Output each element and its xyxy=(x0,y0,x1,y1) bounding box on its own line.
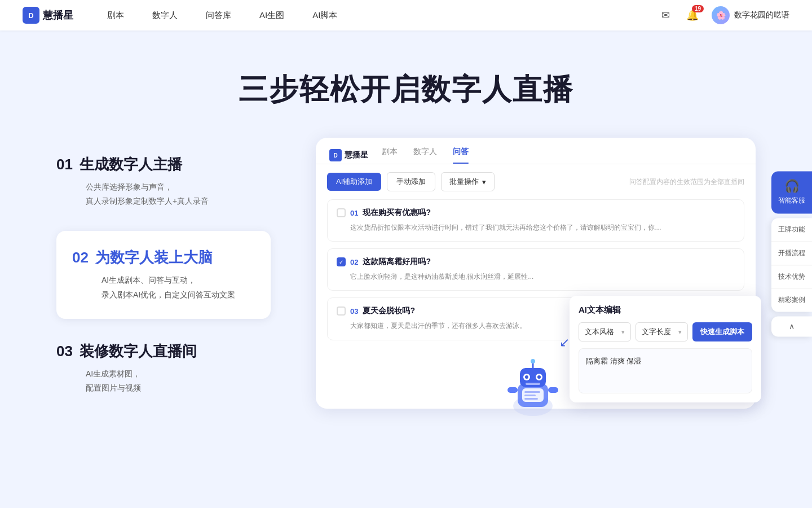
step-2-desc: AI生成剧本、问答与互动， 录入剧本AI优化，自定义问答互动文案 xyxy=(102,273,255,301)
qa-answer-1: 这次货品折扣仅限本次活动进行时间，错过了我们就无法再给您这个价格了，请谅解聪明的… xyxy=(350,222,666,233)
step-1: 01 生成数字人主播 公共库选择形象与声音， 真人录制形象定制数字人+真人录音 xyxy=(56,155,271,208)
step-1-header: 01 生成数字人主播 xyxy=(56,155,271,174)
card-logo: D 慧播星 xyxy=(329,149,368,161)
toolbar-hint: 问答配置内容的生效范围为全部直播间 xyxy=(629,177,744,187)
logo-text: 慧播星 xyxy=(43,8,73,22)
step-3: 03 装修数字人直播间 AI生成素材图， 配置图片与视频 xyxy=(56,341,271,395)
nav-item-digital[interactable]: 数字人 xyxy=(152,8,178,23)
header: D 慧播星 剧本 数字人 问答库 AI生图 AI脚本 ✉ 🔔 19 🌸 数字花园… xyxy=(0,0,812,30)
step-1-num: 01 xyxy=(56,156,73,173)
svg-point-5 xyxy=(525,375,528,379)
btn-generate[interactable]: 快速生成脚本 xyxy=(692,322,752,341)
smart-customer-service-btn[interactable]: 🎧 智能客服 xyxy=(771,171,812,213)
mail-icon[interactable]: ✉ xyxy=(657,7,673,23)
chevron-up-icon: ∧ xyxy=(789,322,795,331)
card-header: D 慧播星 剧本 数字人 问答 xyxy=(316,138,756,164)
qa-num-2: 02 xyxy=(350,258,358,266)
qa-num-1: 01 xyxy=(350,209,358,217)
tab-qa[interactable]: 问答 xyxy=(453,147,469,164)
card-logo-icon: D xyxy=(329,149,342,161)
nav-item-qa[interactable]: 问答库 xyxy=(206,8,231,23)
main-nav: 剧本 数字人 问答库 AI生图 AI脚本 xyxy=(107,8,657,23)
user-info[interactable]: 🌸 数字花园的呓语 xyxy=(712,6,789,24)
svg-rect-9 xyxy=(526,383,540,385)
step-3-title: 装修数字人直播间 xyxy=(80,341,197,361)
ai-editor-popup: ↙ AI文本编辑 文本风格 ▾ 文字长度 ▾ 快速生成脚本 隔离霜 清爽 保湿 xyxy=(570,296,761,402)
qa-checkbox-2[interactable]: ✓ xyxy=(337,257,346,266)
svg-rect-11 xyxy=(548,387,558,393)
tab-digital[interactable]: 数字人 xyxy=(413,147,437,164)
sidebar-item-process[interactable]: 开播流程 xyxy=(771,242,812,265)
editor-arrow-icon: ↙ xyxy=(559,335,570,350)
step-3-desc: AI生成素材图， 配置图片与视频 xyxy=(86,367,271,395)
btn-batch[interactable]: 批量操作 ▾ xyxy=(441,172,495,191)
qa-checkbox-1[interactable] xyxy=(337,208,346,217)
length-select[interactable]: 文字长度 ▾ xyxy=(636,322,688,341)
card-toolbar: AI辅助添加 手动添加 批量操作 ▾ 问答配置内容的生效范围为全部直播间 xyxy=(316,164,756,199)
header-right: ✉ 🔔 19 🌸 数字花园的呓语 xyxy=(657,6,789,24)
ai-editor-textarea[interactable]: 隔离霜 清爽 保湿 xyxy=(579,348,752,393)
ai-editor-controls: 文本风格 ▾ 文字长度 ▾ 快速生成脚本 xyxy=(579,322,752,341)
step-2-header: 02 为数字人装上大脑 xyxy=(72,248,255,268)
step-2-title: 为数字人装上大脑 xyxy=(95,248,213,268)
nav-item-script[interactable]: 剧本 xyxy=(107,8,124,23)
headset-icon: 🎧 xyxy=(784,179,800,194)
robot-illustration xyxy=(502,358,564,420)
qa-item-2: ✓ 02 这款隔离霜好用吗? 它上脸水润轻薄，是这种奶油慕斯质地,很水润丝滑，延… xyxy=(327,248,744,291)
qa-item-1-header: 01 现在购买有优惠吗? xyxy=(337,208,735,218)
notification-button[interactable]: 🔔 19 xyxy=(685,7,700,23)
steps-section: 01 生成数字人主播 公共库选择形象与声音， 真人录制形象定制数字人+真人录音 … xyxy=(56,138,271,418)
logo-icon: D xyxy=(23,7,39,24)
user-name: 数字花园的呓语 xyxy=(734,10,789,20)
svg-point-6 xyxy=(537,375,541,379)
svg-rect-10 xyxy=(508,387,518,393)
svg-point-8 xyxy=(531,359,535,364)
sidebar-collapse-btn[interactable]: ∧ xyxy=(771,317,812,337)
svg-rect-13 xyxy=(524,391,540,393)
ai-editor-title: AI文本编辑 xyxy=(579,305,752,316)
hero-title: 三步轻松开启数字人直播 xyxy=(0,70,812,110)
user-avatar: 🌸 xyxy=(712,6,730,24)
svg-rect-14 xyxy=(524,395,536,396)
qa-num-3: 03 xyxy=(350,307,358,316)
sidebar-items: 王牌功能 开播流程 技术优势 精彩案例 xyxy=(771,218,812,312)
card-tabs: 剧本 数字人 问答 xyxy=(382,147,469,164)
tab-script[interactable]: 剧本 xyxy=(382,147,398,164)
sidebar-item-cases[interactable]: 精彩案例 xyxy=(771,289,812,312)
sidebar-main-label: 智能客服 xyxy=(778,196,805,205)
sidebar-item-tech[interactable]: 技术优势 xyxy=(771,265,812,289)
btn-ai-add[interactable]: AI辅助添加 xyxy=(327,173,381,191)
step-3-header: 03 装修数字人直播间 xyxy=(56,341,271,361)
hero-section: 三步轻松开启数字人直播 xyxy=(0,30,812,138)
qa-item-2-header: ✓ 02 这款隔离霜好用吗? xyxy=(337,257,735,267)
logo[interactable]: D 慧播星 xyxy=(23,7,73,24)
sidebar-item-feature[interactable]: 王牌功能 xyxy=(771,218,812,242)
step-1-title: 生成数字人主播 xyxy=(80,155,182,174)
step-3-num: 03 xyxy=(56,343,73,360)
chevron-down-icon: ▾ xyxy=(482,178,486,186)
style-select[interactable]: 文本风格 ▾ xyxy=(579,322,631,341)
chevron-down-icon: ▾ xyxy=(678,329,682,336)
step-2-num: 02 xyxy=(72,249,89,266)
nav-item-ai-script[interactable]: AI脚本 xyxy=(312,8,337,23)
main-content: 01 生成数字人主播 公共库选择形象与声音， 真人录制形象定制数字人+真人录音 … xyxy=(0,138,812,418)
qa-answer-2: 它上脸水润轻薄，是这种奶油慕斯质地,很水润丝滑，延展性... xyxy=(350,271,666,282)
qa-item-1: 01 现在购买有优惠吗? 这次货品折扣仅限本次活动进行时间，错过了我们就无法再给… xyxy=(327,199,744,242)
chevron-down-icon: ▾ xyxy=(621,329,625,336)
qa-question-2: 这款隔离霜好用吗? xyxy=(363,257,431,267)
step-1-desc: 公共库选择形象与声音， 真人录制形象定制数字人+真人录音 xyxy=(86,180,271,208)
nav-item-ai-image[interactable]: AI生图 xyxy=(259,8,284,23)
qa-question-3: 夏天会脱妆吗? xyxy=(363,306,415,316)
right-sidebar: 🎧 智能客服 王牌功能 开播流程 技术优势 精彩案例 ∧ xyxy=(771,171,812,336)
qa-question-1: 现在购买有优惠吗? xyxy=(363,208,431,218)
notification-badge: 19 xyxy=(692,5,704,12)
btn-manual-add[interactable]: 手动添加 xyxy=(387,172,435,191)
svg-rect-15 xyxy=(524,398,538,400)
step-2: 02 为数字人装上大脑 AI生成剧本、问答与互动， 录入剧本AI优化，自定义问答… xyxy=(56,231,271,318)
qa-checkbox-3[interactable] xyxy=(337,306,346,316)
ui-card: D 慧播星 剧本 数字人 问答 AI辅助添加 手动添加 批量操作 ▾ 问答配置内… xyxy=(316,138,756,409)
